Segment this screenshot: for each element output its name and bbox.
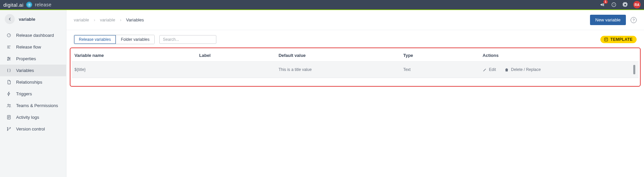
page-help-icon[interactable]: ? (631, 17, 637, 23)
edit-label: Edit (489, 67, 496, 72)
sidebar-item-version-control[interactable]: Version control (0, 123, 66, 135)
product-icon (26, 2, 32, 8)
sidebar: variable Release dashboard Release flow … (0, 10, 66, 177)
sidebar-item-label: Release dashboard (16, 33, 54, 38)
breadcrumb-current: Variables (126, 17, 144, 22)
sidebar-item-triggers[interactable]: Triggers (0, 88, 66, 100)
user-avatar[interactable]: RA (633, 1, 641, 8)
chevron-right-icon: › (94, 17, 95, 22)
brand: digital.ai release (3, 2, 51, 8)
variables-table: Variable name Label Default value Type A… (72, 50, 639, 78)
help-icon[interactable]: ? (610, 1, 617, 8)
sidebar-item-label: Release flow (16, 45, 41, 50)
svg-text:?: ? (613, 3, 614, 6)
chevron-right-icon: › (120, 17, 121, 22)
variable-icon (6, 68, 11, 73)
delete-label: Delete / Replace (511, 67, 541, 72)
sidebar-item-label: Triggers (16, 91, 32, 96)
flow-icon (6, 45, 11, 50)
branch-icon (6, 126, 11, 131)
svg-point-19 (7, 127, 8, 128)
notification-badge: 1 (603, 0, 608, 4)
topbar-actions: 1 ? RA (599, 1, 641, 8)
edit-action[interactable]: Edit (483, 67, 496, 72)
template-badge: TEMPLATE (600, 36, 637, 43)
delete-action[interactable]: Delete / Replace (504, 67, 541, 72)
gear-icon[interactable] (622, 1, 629, 8)
bolt-icon (6, 91, 11, 96)
sidebar-item-relationships[interactable]: Relationships (0, 76, 66, 88)
template-icon (604, 37, 608, 42)
tab-release-variables[interactable]: Release variables (74, 35, 116, 44)
sidebar-item-release-dashboard[interactable]: Release dashboard (0, 29, 66, 41)
sidebar-title: variable (19, 17, 35, 22)
new-variable-button[interactable]: New variable (590, 15, 626, 25)
sidebar-item-label: Teams & Permissions (16, 103, 58, 108)
sidebar-item-label: Variables (16, 68, 34, 73)
breadcrumb-item[interactable]: variable (100, 17, 115, 22)
people-icon (6, 103, 11, 108)
template-badge-label: TEMPLATE (610, 37, 633, 42)
search-input[interactable] (159, 35, 216, 44)
sidebar-nav: Release dashboard Release flow Propertie… (0, 29, 66, 135)
scope-tabs: Release variables Folder variables (74, 35, 155, 44)
sidebar-item-activity-logs[interactable]: Activity logs (0, 111, 66, 123)
main-header: variable › variable › Variables New vari… (66, 10, 644, 30)
column-header-label: Label (197, 50, 276, 62)
tab-folder-variables[interactable]: Folder variables (116, 35, 154, 44)
svg-point-21 (10, 127, 11, 128)
toolbar: Release variables Folder variables TEMPL… (66, 30, 644, 47)
column-header-name: Variable name (72, 50, 197, 62)
dashboard-icon (6, 33, 11, 38)
sliders-icon (6, 56, 11, 61)
table-row[interactable]: ${title} This is a title value Text Edit (72, 62, 639, 78)
announcement-icon[interactable]: 1 (599, 1, 606, 8)
sidebar-item-label: Version control (16, 126, 45, 131)
cell-label (197, 62, 276, 78)
brand-primary: digital.ai (3, 2, 23, 8)
variables-table-highlight: Variable name Label Default value Type A… (70, 48, 641, 87)
sidebar-item-teams-permissions[interactable]: Teams & Permissions (0, 100, 66, 111)
log-icon (6, 115, 11, 120)
cell-type: Text (400, 62, 480, 78)
sidebar-item-label: Activity logs (16, 115, 39, 120)
sidebar-item-label: Properties (16, 56, 36, 61)
sidebar-item-variables[interactable]: Variables (0, 65, 66, 76)
svg-point-14 (9, 104, 10, 105)
pencil-icon (483, 68, 487, 72)
cell-default-value: This is a title value (276, 62, 400, 78)
breadcrumb: variable › variable › Variables (74, 17, 144, 22)
back-button[interactable] (5, 14, 15, 24)
brand-secondary: release (35, 2, 51, 7)
breadcrumb-item[interactable]: variable (74, 17, 89, 22)
column-header-type: Type (400, 50, 480, 62)
column-header-actions: Actions (480, 50, 639, 62)
svg-point-20 (7, 130, 8, 131)
topbar: digital.ai release 1 ? RA (0, 0, 644, 10)
sidebar-item-label: Relationships (16, 80, 42, 85)
sidebar-item-properties[interactable]: Properties (0, 53, 66, 65)
sidebar-item-release-flow[interactable]: Release flow (0, 41, 66, 53)
row-drag-handle[interactable] (633, 65, 635, 74)
svg-point-13 (7, 104, 9, 105)
trash-icon (504, 68, 509, 72)
main-panel: variable › variable › Variables New vari… (66, 10, 644, 177)
document-icon (6, 80, 11, 85)
cell-variable-name: ${title} (72, 62, 197, 78)
column-header-default: Default value (276, 50, 400, 62)
